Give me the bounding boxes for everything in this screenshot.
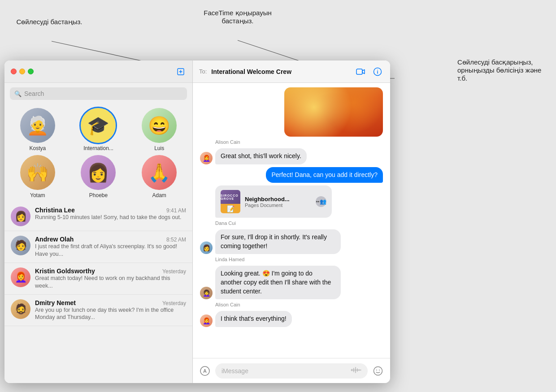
sender-dana: Dana Cui	[200, 220, 383, 226]
emoji-button[interactable]	[371, 364, 385, 378]
christina-name: Christina Lee	[35, 207, 75, 214]
messages-window: 🔍 Search 🧑‍🦳 Kostya 🎓	[4, 60, 390, 383]
pinned-item-kostya[interactable]: 🧑‍🦳 Kostya	[9, 108, 66, 151]
msg-image-content	[284, 87, 383, 137]
fullscreen-button[interactable]	[28, 69, 34, 74]
doc-thumbnail: SIROCCO GROVE 📝	[221, 190, 240, 213]
kostya-avatar-wrap: 🧑‍🦳	[20, 108, 55, 143]
msg-alison-2: 👩‍🦰 I think that's everything!	[200, 311, 383, 327]
christina-avatar: 👩	[11, 207, 30, 226]
doc-name: Neighborhood...	[245, 196, 311, 202]
kristin-avatar: 👩‍🦰	[11, 267, 30, 287]
search-bar[interactable]: 🔍 Search	[10, 87, 187, 100]
alison-avatar-1: 👩‍🦰	[200, 152, 213, 164]
andrew-name: Andrew Olah	[35, 236, 74, 243]
app-store-button[interactable]: A	[198, 364, 212, 378]
kristin-preview: Great match today! Need to work on my ba…	[35, 275, 186, 290]
chat-header: To: Interational Welcome Crew	[193, 60, 390, 83]
msg-doc-container: SIROCCO GROVE 📝 Neighborhood... Pages Do…	[200, 185, 383, 218]
chat-messages: Alison Cain 👩‍🦰 Great shot, this'll work…	[193, 83, 390, 358]
to-label: To:	[199, 68, 207, 75]
dmitry-preview: Are you up for lunch one day this week? …	[35, 306, 186, 322]
christina-header: Christina Lee 9:41 AM	[35, 207, 186, 214]
msg-self-1: Perfect! Dana, can you add it directly?	[200, 167, 383, 183]
doc-type: Pages Document	[245, 202, 311, 208]
msg-bubble-dana: For sure, I'll drop it in shortly. It's …	[215, 229, 341, 254]
svg-point-11	[376, 370, 377, 370]
dmitry-avatar: 🧔	[11, 299, 30, 319]
svg-text:A: A	[203, 368, 207, 374]
sender-alison-1: Alison Cain	[200, 139, 383, 145]
yotam-avatar-wrap: 🙌	[20, 155, 55, 190]
search-icon: 🔍	[14, 90, 22, 97]
luis-avatar-wrap: 😄	[142, 108, 177, 143]
pinned-item-phoebe[interactable]: 👩 Phoebe	[70, 155, 127, 198]
phoebe-avatar-wrap: 👩	[81, 155, 116, 190]
dmitry-header: Dmitry Nemet Yesterday	[35, 299, 186, 306]
chat-recipient: Interational Welcome Crew	[211, 68, 350, 75]
conv-item-andrew[interactable]: 🧑 Andrew Olah 8:52 AM I just read the fi…	[4, 231, 192, 263]
phoebe-label: Phoebe	[89, 192, 108, 198]
kristin-name: Kristin Goldsworthy	[35, 267, 95, 275]
compose-button[interactable]	[175, 66, 186, 77]
svg-point-5	[377, 69, 378, 70]
kristin-info: Kristin Goldsworthy Yesterday Great matc…	[35, 267, 186, 290]
pinned-contacts-grid: 🧑‍🦳 Kostya 🎓 Internation... 😄	[4, 104, 192, 202]
phoebe-avatar: 👩	[81, 155, 116, 190]
msg-doc-bubble: SIROCCO GROVE 📝 Neighborhood... Pages Do…	[215, 185, 332, 218]
sender-alison-2: Alison Cain	[200, 302, 383, 307]
info-button[interactable]	[371, 65, 384, 78]
international-label: Internation...	[83, 145, 113, 151]
international-avatar-wrap: 🎓	[81, 108, 116, 143]
msg-bubble-self-1: Perfect! Dana, can you add it directly?	[266, 167, 383, 183]
msg-image-bubble	[284, 87, 383, 137]
alison-avatar-2: 👩‍🦰	[200, 314, 213, 327]
andrew-preview: I just read the first draft of Aliya's s…	[35, 243, 186, 258]
linda-avatar: 👩‍🦱	[200, 287, 213, 299]
conv-item-dmitry[interactable]: 🧔 Dmitry Nemet Yesterday Are you up for …	[4, 295, 192, 327]
annotation-right: Сөйлесуді басқарыңыз, орныңызды бөлісіңі…	[457, 58, 547, 82]
andrew-avatar: 🧑	[11, 236, 30, 255]
adam-label: Adam	[152, 192, 166, 198]
christina-info: Christina Lee 9:41 AM Running 5-10 minut…	[35, 207, 186, 221]
search-input[interactable]: Search	[24, 90, 44, 97]
close-button[interactable]	[11, 69, 17, 74]
adam-avatar-wrap: 🙏	[142, 155, 177, 190]
adam-avatar: 🙏	[142, 155, 177, 190]
pinned-item-adam[interactable]: 🙏 Adam	[130, 155, 188, 198]
message-input-field[interactable]: iMessage	[215, 363, 368, 379]
christina-time: 9:41 AM	[166, 207, 186, 214]
pinned-item-luis[interactable]: 😄 Luis	[130, 108, 188, 151]
msg-bubble-alison-2: I think that's everything!	[215, 311, 292, 327]
svg-point-7	[318, 201, 319, 202]
minimize-button[interactable]	[19, 69, 25, 74]
conv-item-christina[interactable]: 👩 Christina Lee 9:41 AM Running 5-10 min…	[4, 202, 192, 231]
pinned-item-international[interactable]: 🎓 Internation...	[70, 108, 127, 151]
audio-waveform-icon	[351, 366, 361, 375]
kristin-header: Kristin Goldsworthy Yesterday	[35, 267, 186, 275]
msg-linda: 👩‍🦱 Looking great. 😍 I'm going to do ano…	[200, 266, 383, 299]
msg-bubble-linda: Looking great. 😍 I'm going to do another…	[215, 266, 341, 299]
svg-point-12	[379, 370, 380, 370]
doc-info: Neighborhood... Pages Document	[245, 196, 311, 208]
luis-avatar: 😄	[142, 108, 177, 143]
dmitry-time: Yesterday	[162, 300, 186, 306]
kostya-label: Kostya	[29, 145, 46, 151]
kostya-avatar: 🧑‍🦳	[20, 108, 55, 143]
msg-image-container	[200, 87, 383, 137]
msg-alison-1: 👩‍🦰 Great shot, this'll work nicely.	[200, 148, 383, 164]
svg-rect-3	[356, 69, 362, 74]
conversation-list: 👩 Christina Lee 9:41 AM Running 5-10 min…	[4, 202, 192, 383]
luis-label: Luis	[154, 145, 164, 151]
facetime-button[interactable]	[354, 65, 367, 78]
svg-point-10	[374, 366, 382, 375]
msg-bubble-alison-1: Great shot, this'll work nicely.	[215, 148, 307, 164]
dmitry-name: Dmitry Nemet	[35, 299, 76, 306]
dana-avatar: 👩	[200, 241, 213, 254]
chat-area: To: Interational Welcome Crew	[193, 60, 390, 383]
conv-item-kristin[interactable]: 👩‍🦰 Kristin Goldsworthy Yesterday Great …	[4, 263, 192, 295]
pinned-item-yotam[interactable]: 🙌 Yotam	[9, 155, 66, 198]
titlebar	[4, 60, 192, 83]
christina-preview: Running 5-10 minutes late! Sorry, had to…	[35, 214, 186, 221]
annotation-left: Сөйлесуді бастаңыз.	[13, 18, 85, 26]
